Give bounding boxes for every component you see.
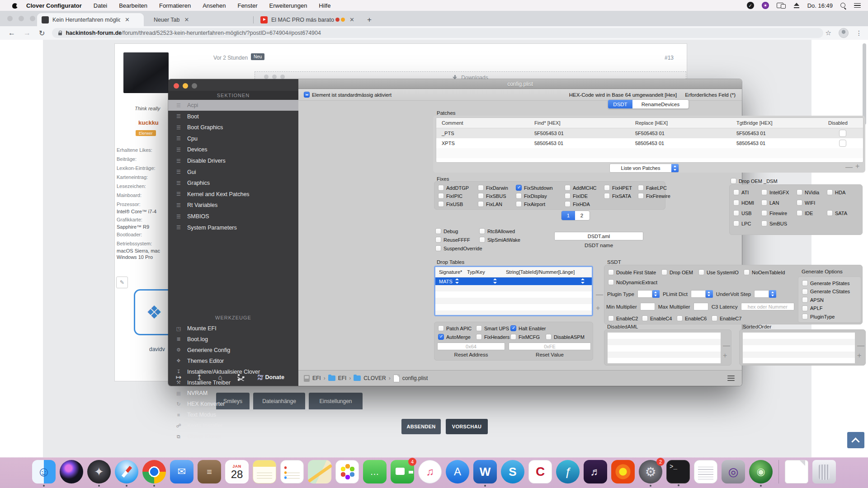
checkbox-debug[interactable]: Debug — [435, 228, 479, 234]
preview-button[interactable]: VORSCHAU — [446, 419, 488, 434]
checkbox-aplf[interactable]: APLF — [802, 305, 850, 311]
checkbox-enablec7[interactable]: EnableC7 — [712, 315, 741, 321]
breadcrumb-efi[interactable]: EFI — [338, 375, 347, 381]
checkbox-double-first-state[interactable]: Double First State — [608, 269, 661, 275]
tab-close-icon[interactable]: ✕ — [349, 16, 354, 23]
checkbox-fixhda[interactable]: FixHDA — [565, 201, 604, 207]
dock-textedit[interactable] — [694, 460, 717, 483]
checkbox-slpsmiatwake[interactable]: SlpSmiAtWake — [479, 237, 520, 243]
spotlight-icon[interactable] — [840, 3, 846, 9]
browser-tab-el-mac-pro-m-s-barato[interactable]: El MAC PRO más barato✕ — [256, 13, 363, 26]
tool-item-generiere-config[interactable]: ⚙Generiere Config — [168, 345, 298, 356]
dock-word[interactable]: W — [473, 460, 497, 483]
dock-musescore[interactable]: ♬ — [584, 460, 607, 483]
patches-add-button[interactable]: + — [855, 163, 859, 169]
tab-dsdt[interactable]: DSDT — [608, 100, 632, 108]
browser-tab-kein-herunterfahren-m-glich[interactable]: Kein Herunterfahren möglich -✕ — [37, 13, 144, 26]
displays-icon[interactable] — [777, 3, 786, 9]
browser-menu-icon[interactable]: ⋮ — [856, 29, 863, 37]
plimit-dict-dropdown[interactable] — [691, 290, 713, 298]
checkbox-fixairport[interactable]: FixAirport — [516, 201, 565, 207]
checkbox-firewire[interactable]: Firewire — [761, 210, 797, 216]
editor-tab-einstellungen[interactable]: Einstellungen — [309, 393, 363, 409]
patches-remove-button[interactable]: — — [845, 164, 853, 170]
disabled-checkbox[interactable] — [839, 140, 846, 147]
dock-app-store[interactable]: A — [446, 460, 469, 483]
dock-mail[interactable]: ✉ — [170, 460, 193, 483]
patch-row-xpts[interactable]: XPTS58505453 0158505453 0158505453 01 — [436, 138, 863, 148]
clover-close-button[interactable] — [174, 83, 179, 89]
tab-close-icon[interactable]: ✕ — [125, 16, 130, 23]
checkbox-fixide[interactable]: FixIDE — [565, 193, 604, 199]
reset-value-field[interactable]: 0xFE — [509, 343, 591, 350]
sidebar-item-system-parameters[interactable]: ☰System Parameters — [168, 222, 298, 233]
checkbox-sata[interactable]: SATA — [827, 210, 860, 216]
checkbox-adddtgp[interactable]: AddDTGP — [438, 185, 478, 191]
page-scrollbar[interactable] — [863, 43, 866, 125]
dock-itunes[interactable]: ♫ — [418, 460, 442, 483]
checkbox-automerge[interactable]: AutoMerge — [438, 334, 476, 340]
status-app-icon[interactable] — [762, 2, 769, 9]
sidebar-item-smbios[interactable]: ☰SMBIOS — [168, 211, 298, 222]
max-multiplier-field[interactable] — [693, 303, 708, 310]
checkbox-plugintype[interactable]: PluginType — [802, 314, 850, 319]
checkbox-disableaspm[interactable]: DisableASPM — [546, 334, 585, 340]
apple-menu-icon[interactable] — [12, 2, 18, 9]
dock-document[interactable] — [785, 460, 808, 483]
checkbox-fixsbus[interactable]: FixSBUS — [478, 193, 516, 199]
menu-item-formatieren[interactable]: Formatieren — [159, 2, 191, 9]
disabled-aml-add-button[interactable]: + — [723, 352, 727, 359]
checkbox-hda[interactable]: HDA — [827, 189, 860, 195]
export-icon[interactable]: ↥ — [189, 373, 210, 381]
tool-item-nvram[interactable]: ▦NVRAM — [168, 388, 298, 399]
sorted-order-list[interactable] — [742, 332, 855, 364]
default-enabled-checkbox[interactable]: Element ist standardmässig aktiviert — [304, 92, 392, 98]
breadcrumb-config-plist[interactable]: config.plist — [402, 375, 428, 381]
sidebar-item-boot-graphics[interactable]: ☰Boot Graphics — [168, 122, 298, 133]
checkbox-nodynamicextract[interactable]: NoDynamicExtract — [608, 279, 657, 285]
dock-facetime[interactable]: 4 — [391, 460, 414, 483]
checkbox-lan[interactable]: LAN — [761, 200, 797, 206]
patches-list-dropdown[interactable]: Liste von Patches — [609, 164, 679, 173]
donate-button[interactable]: Donate — [265, 374, 284, 380]
patch-row-pts[interactable]: _PTS5F505453 015F505453 015F505453 01 — [436, 128, 863, 138]
tool-item-clover-kloner[interactable]: ⧉Clover Kloner — [168, 431, 298, 442]
back-button[interactable]: ← — [8, 29, 15, 37]
window-zoom-button[interactable] — [30, 16, 35, 21]
checkbox-fixdarwin[interactable]: FixDarwin — [478, 185, 516, 191]
forward-button[interactable]: → — [24, 29, 31, 37]
dock-onyx[interactable]: ◎ — [722, 460, 745, 483]
dock-safari[interactable] — [115, 460, 138, 483]
checkbox-usb[interactable]: USB — [733, 210, 761, 216]
address-bar[interactable]: hackintosh-forum.de/forum/thread/52523-k… — [52, 28, 823, 38]
second-username[interactable]: davidv — [149, 346, 165, 352]
menu-item-erweiterungen[interactable]: Erweiterungen — [269, 2, 307, 9]
checkbox-generate-cstates[interactable]: Generate CStates — [802, 289, 850, 295]
dsdt-name-field[interactable]: DSDT.aml — [554, 232, 643, 240]
sidebar-item-rt-variables[interactable]: ☰Rt Variables — [168, 200, 298, 211]
checkbox-fixheaders[interactable]: FixHeaders — [476, 334, 510, 340]
dock-launchpad[interactable]: ✦ — [87, 460, 111, 483]
window-title-bar[interactable]: config.plist — [298, 79, 742, 89]
menu-item-bearbeiten[interactable]: Bearbeiten — [119, 2, 147, 9]
window-close-button[interactable] — [7, 16, 13, 21]
dock-skype[interactable]: S — [501, 460, 524, 483]
post-number-link[interactable]: #13 — [665, 55, 674, 61]
checkbox-nvidia[interactable]: NVidia — [797, 189, 827, 195]
sidebar-item-cpu[interactable]: ☰Cpu — [168, 133, 298, 144]
checkbox-wifi[interactable]: WIFI — [797, 200, 827, 206]
checkbox-apsn[interactable]: APSN — [802, 297, 850, 303]
tab-close-icon[interactable]: ✕ — [184, 16, 189, 23]
eject-icon[interactable] — [793, 3, 800, 8]
dock-calendar[interactable]: JAN28 — [225, 460, 249, 483]
tool-item-mounte-efi[interactable]: ◳Mounte EFI — [168, 323, 298, 334]
checkbox-fixsata[interactable]: FixSATA — [604, 193, 638, 199]
fixes-page-2[interactable]: 2 — [575, 211, 589, 220]
checkbox-fixmcfg[interactable]: FixMCFG — [510, 334, 546, 340]
sidebar-item-disable-drivers[interactable]: ☰Disable Drivers — [168, 155, 298, 166]
dock-siri[interactable] — [60, 460, 83, 483]
c3-latency-field[interactable]: hex oder Nummer — [741, 303, 794, 310]
status-check-icon[interactable]: ✓ — [747, 2, 754, 9]
clover-zoom-button[interactable] — [192, 83, 197, 89]
dock-flow-app[interactable]: ƒ — [556, 460, 580, 483]
